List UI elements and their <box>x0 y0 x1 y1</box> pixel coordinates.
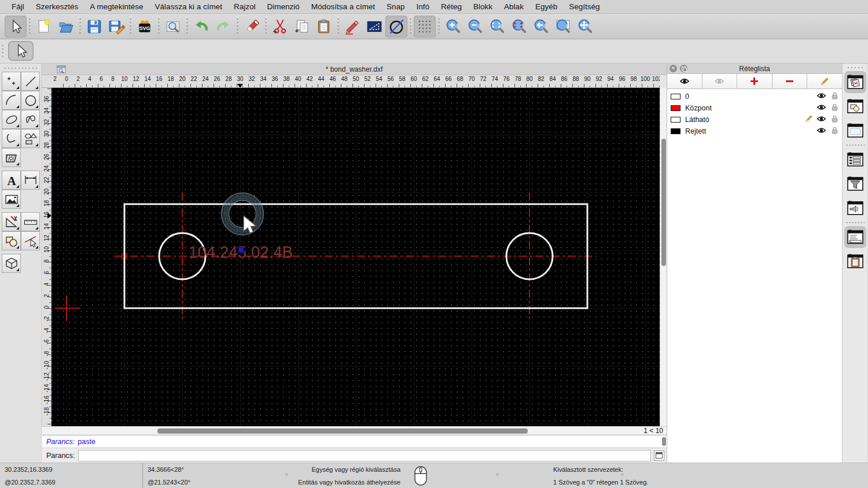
zoom-window-button[interactable] <box>552 16 574 38</box>
tool-measure-button[interactable] <box>21 212 40 231</box>
layer-lock-icon[interactable] <box>831 114 838 125</box>
dock-library-browser-button[interactable] <box>844 149 866 171</box>
menu-szerkeszt-s[interactable]: Szerkesztés <box>30 0 84 14</box>
saveas-button[interactable] <box>105 16 127 38</box>
zoom-in-button[interactable] <box>442 16 464 38</box>
dock-command-widget-button[interactable] <box>844 226 866 248</box>
layer-visibility-eye-icon[interactable] <box>816 114 831 125</box>
tool-points-button[interactable] <box>2 72 21 91</box>
new-button[interactable] <box>33 16 55 38</box>
save-button[interactable] <box>83 16 105 38</box>
tool-dimension-button[interactable] <box>21 171 40 190</box>
layer-lock-icon[interactable] <box>831 103 838 113</box>
layer-visibility-eye-icon[interactable] <box>816 126 831 136</box>
vertical-scrollbar[interactable] <box>660 88 667 427</box>
tool-polygon-button[interactable] <box>21 129 40 148</box>
dock-layer-list-button[interactable] <box>844 71 866 93</box>
menu-blokk[interactable]: Blokk <box>468 0 498 14</box>
tool-arc-button[interactable] <box>2 91 21 110</box>
redo-button[interactable] <box>212 16 234 38</box>
menu-seg-ts-g[interactable]: Segítség <box>563 0 605 14</box>
add-layer-button[interactable] <box>737 74 773 88</box>
dock-separator <box>845 144 865 146</box>
preview-button[interactable] <box>162 16 184 38</box>
cad-drawing: 104.245.02.4B <box>52 88 660 427</box>
dock-clipboard-widget-button[interactable] <box>844 250 866 272</box>
tool-text-button[interactable]: A <box>2 171 21 190</box>
drawing-canvas[interactable]: 104.245.02.4B <box>52 88 660 427</box>
menu-inf-[interactable]: Infó <box>411 0 436 14</box>
menu-ablak[interactable]: Ablak <box>498 0 529 14</box>
command-input[interactable] <box>78 450 651 461</box>
menu-f-jl[interactable]: Fájl <box>6 0 30 14</box>
pointer-button[interactable] <box>5 16 27 38</box>
cut-button[interactable] <box>269 16 291 38</box>
command-history-scrollbar[interactable] <box>662 437 666 446</box>
tool-polyline-button[interactable] <box>2 129 21 148</box>
ruler-h-label: 88 <box>572 76 579 82</box>
menu-v-lassza-ki-a-c-met[interactable]: Válassza ki a címet <box>149 0 228 14</box>
tool-line-button[interactable] <box>21 72 40 91</box>
hide-all-layers-button[interactable] <box>703 74 738 88</box>
dock-entity-info-button[interactable] <box>844 197 866 219</box>
dock-selection-filter-button[interactable] <box>844 173 866 195</box>
hint-line-1: Egység vagy régió kiválasztása <box>236 466 400 473</box>
horizontal-scrollbar[interactable]: 1 < 10 <box>42 426 667 435</box>
zoom-previous-button[interactable] <box>530 16 552 38</box>
vertical-scrollbar-thumb[interactable] <box>661 139 666 266</box>
layer-row-0[interactable]: 0 <box>667 91 842 102</box>
menu-rajzol[interactable]: Rajzol <box>228 0 262 14</box>
menu-a-megtekint-se[interactable]: A megtekintése <box>84 0 149 14</box>
layer-row-l-that-[interactable]: Látható <box>667 114 842 125</box>
menu-snap[interactable]: Snap <box>381 0 411 14</box>
grid-button[interactable] <box>414 16 436 38</box>
svg-button[interactable]: SVG <box>134 16 156 38</box>
zoom-out-button[interactable] <box>464 16 486 38</box>
erase-button[interactable] <box>241 16 263 38</box>
zoom-redraw-button[interactable] <box>508 16 530 38</box>
menu-r-teg[interactable]: Réteg <box>435 0 468 14</box>
tool-blocks-button[interactable] <box>2 231 21 250</box>
dock-block-list-button[interactable] <box>844 95 866 117</box>
remove-layer-button[interactable] <box>773 74 808 88</box>
document-titlebar[interactable]: * bond_washer.dxf <box>42 64 667 75</box>
dock-handle[interactable] <box>847 66 864 69</box>
menu-m-dos-tsa-a-c-met[interactable]: Módosítsa a címet <box>306 0 381 14</box>
layer-row-k-zpont[interactable]: Központ <box>667 102 842 114</box>
close-icon[interactable]: ✕ <box>670 65 677 72</box>
tool-modify-button[interactable] <box>2 212 21 231</box>
dock-layer-preview-button[interactable] <box>844 120 866 142</box>
rectsel-button[interactable] <box>363 16 385 38</box>
menu-dimenzi-[interactable]: Dimenzió <box>261 0 305 14</box>
menu-egy-b[interactable]: Egyéb <box>529 0 563 14</box>
detach-icon[interactable] <box>680 65 687 72</box>
circleline-button[interactable] <box>385 16 407 38</box>
layer-row-rejtett[interactable]: Rejtett <box>667 125 842 137</box>
paste-button[interactable] <box>313 16 335 38</box>
tool-spline-button[interactable] <box>21 110 40 129</box>
tool-image-button[interactable] <box>2 190 21 209</box>
layer-visibility-eye-icon[interactable] <box>816 103 831 113</box>
tool-solid-button[interactable] <box>2 254 21 273</box>
edit-layer-button[interactable] <box>807 74 842 88</box>
command-keyboard-button[interactable] <box>654 450 664 461</box>
tool-circle-button[interactable] <box>21 91 40 110</box>
selection-pointer-button[interactable] <box>8 41 34 61</box>
pen-button[interactable] <box>341 16 363 38</box>
zoom-pan-button[interactable] <box>574 16 596 38</box>
zoom-auto-button[interactable] <box>486 16 508 38</box>
undo-button[interactable] <box>190 16 212 38</box>
layer-lock-icon[interactable] <box>831 91 838 102</box>
show-all-layers-button[interactable] <box>667 74 703 88</box>
layer-lock-icon[interactable] <box>831 126 838 136</box>
open-button[interactable] <box>55 16 77 38</box>
layer-visibility-eye-icon[interactable] <box>816 91 831 102</box>
horizontal-scrollbar-thumb[interactable] <box>157 428 528 434</box>
toolbar-handle[interactable] <box>1 44 4 59</box>
tool-ellipse-button[interactable] <box>2 110 21 129</box>
tool-select-button[interactable] <box>21 231 40 250</box>
command-input-row: Parancs: <box>42 448 667 463</box>
copy-button[interactable] <box>291 16 313 38</box>
tool-hatch-button[interactable] <box>2 148 21 167</box>
palette-handle[interactable] <box>3 67 37 69</box>
